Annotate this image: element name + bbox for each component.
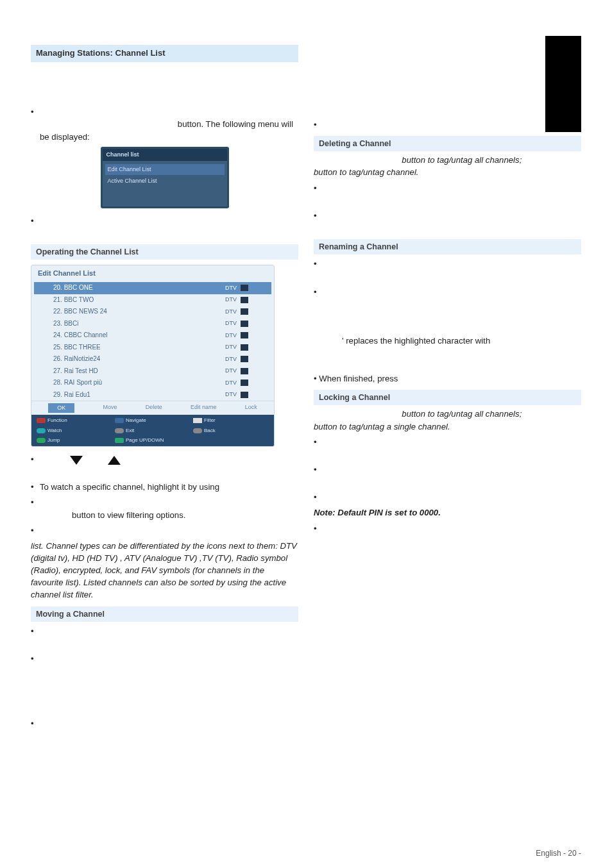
move-b3: Press OK button to process. Selected cha…: [31, 717, 298, 730]
bullets-moving: First select the desired channel. Select…: [31, 625, 298, 730]
lock-b1: Select the channel that you want to lock…: [314, 436, 581, 460]
page-content: Managing Stations: Channel List The TV s…: [0, 0, 612, 758]
section-managing-stations: Managing Stations: Channel List: [31, 45, 298, 62]
action-editname: Edit name: [191, 403, 217, 413]
down-triangle-icon: [70, 456, 83, 465]
lock-b3: [314, 491, 581, 503]
bullets-channel-list: Press MENU button to view main menu. Sel…: [31, 106, 298, 142]
list-row-0: 20. BBC ONEDTV: [34, 282, 271, 294]
del-b1: Select the channel that you want to dele…: [314, 182, 581, 206]
sub-bar-operating: Operating the Channel List: [31, 244, 298, 260]
ren-replace-visible: ' replaces the highlighted character wit…: [342, 335, 581, 347]
left-column: Managing Stations: Channel List The TV s…: [31, 38, 298, 733]
list-row-8: 28. RAI Sport piùDTV: [34, 377, 271, 389]
tv-icon: [241, 321, 248, 327]
list-row-7: 27. Rai Test HDDTV: [34, 365, 271, 378]
list-rows: 20. BBC ONEDTV 21. BBC TWODTV 22. BBC NE…: [31, 282, 274, 401]
menu-header: Channel list: [103, 149, 227, 161]
tv-icon: [241, 332, 248, 338]
bullets-locking: Select the channel that you want to lock…: [314, 436, 581, 504]
delete-pre-bullet: [314, 119, 581, 131]
list-row-4: 24. CBBC ChannelDTV: [34, 330, 271, 342]
bullet-blue-filter: Press BLUE button to view filtering opti…: [31, 524, 298, 537]
bullets-edit-channel: Select Edit Channel List to manage all s…: [31, 215, 298, 239]
black-side-tab: [545, 36, 581, 132]
channel-list-menu-screenshot: Channel list Edit Channel List Active Ch…: [101, 147, 229, 208]
action-ok: OK: [48, 403, 74, 413]
up-triangle-icon: [108, 456, 121, 465]
list-row-1: 21. BBC TWODTV: [34, 294, 271, 306]
sub-bar-moving: Moving a Channel: [31, 606, 298, 622]
move-b1: First select the desired channel. Select…: [31, 625, 298, 649]
tv-icon: [241, 356, 248, 362]
action-move: Move: [103, 403, 117, 413]
menu-item-edit: Edit Channel List: [105, 164, 225, 175]
del-tag-all: button to tag/untag all channels;: [402, 155, 524, 165]
tv-icon: [241, 392, 248, 398]
ren-b2: Pressing Left or Right button moves to t…: [314, 286, 581, 347]
move-b2: Enter Number screen will be displayed. E…: [31, 653, 298, 714]
tv-icon: [241, 368, 248, 374]
bullet-filtering-visible: button to view filtering options.: [72, 509, 298, 521]
sub-bar-deleting: Deleting a Channel: [314, 136, 581, 151]
bullets-deleting: Select the channel that you want to dele…: [314, 182, 581, 235]
action-delete: Delete: [146, 403, 162, 413]
bullets-delete-pre: [314, 119, 581, 131]
list-legend: Function Navigate Filter Watch Exit Back…: [31, 415, 274, 446]
bullet-select-edit: Select Edit Channel List to manage all s…: [31, 215, 298, 239]
sub-bar-locking: Locking a Channel: [314, 390, 581, 405]
tv-icon: [241, 344, 248, 351]
bullet-nav-triangles: Press or button to select the channel th…: [31, 453, 298, 478]
lock-b4: Press OK button when the desired channel…: [314, 522, 581, 559]
tv-icon: [241, 297, 248, 303]
del-para-tag: You can press GREEN button to tag/untag …: [314, 154, 581, 178]
bullets-renaming: Select the channel that you want to rena…: [314, 258, 581, 347]
tv-icon: [241, 285, 248, 291]
right-column: Deleting a Channel You can press GREEN b…: [314, 38, 581, 733]
lock-para-tag: You can press GREEN button to tag/untag …: [314, 408, 581, 432]
menu-item-active: Active Channel List: [105, 176, 225, 187]
bullet-page-updown: Use P+/P- buttons to move page up or dow…: [31, 496, 298, 521]
list-title: Edit Channel List: [31, 265, 274, 282]
ren-finish: • When finished, press: [314, 372, 581, 385]
list-actions: OK Move Delete Edit name Lock: [31, 401, 274, 415]
sub-bar-renaming: Renaming a Channel: [314, 239, 581, 255]
bullets-locking-2: Press OK button when the desired channel…: [314, 522, 581, 559]
del-b2: A warning screen will appear. Select YES…: [314, 210, 581, 234]
bullet-watch-specific: To watch a specific channel, highlight i…: [31, 481, 298, 493]
note-channel-types: list. Channel types can be differentiate…: [31, 540, 298, 601]
list-row-5: 25. BBC THREEDTV: [34, 342, 271, 354]
lock-b2: You will be asked to enter parental cont…: [314, 463, 581, 488]
action-lock: Lock: [245, 403, 257, 413]
tv-icon: [241, 380, 248, 386]
page-number: English - 20 -: [536, 849, 581, 858]
del-tag-one: button to tag/untag channel.: [314, 167, 419, 177]
list-row-9: 29. Rai Edu1DTV: [34, 389, 271, 401]
list-row-3: 23. BBCiDTV: [34, 318, 271, 330]
intro-paragraph: The TV sorts all stored stations in the …: [31, 66, 298, 103]
lock-tag-all: button to tag/untag all channels;: [402, 409, 524, 419]
note-default-pin: Note: Default PIN is set to 0000.: [314, 506, 581, 519]
list-row-6: 26. RaiNotizie24DTV: [34, 353, 271, 365]
lock-tag-one: button to tag/untag a single channel.: [314, 422, 450, 431]
list-row-2: 22. BBC NEWS 24DTV: [34, 306, 271, 318]
bullets-operating: Press or button to select the channel th…: [31, 453, 298, 537]
tv-icon: [241, 308, 248, 315]
bullet-press-menu: Press MENU button to view main menu. Sel…: [31, 106, 298, 142]
edit-channel-list-screenshot: Edit Channel List 20. BBC ONEDTV 21. BBC…: [31, 265, 275, 447]
ren-b1: Select the channel that you want to rena…: [314, 258, 581, 282]
